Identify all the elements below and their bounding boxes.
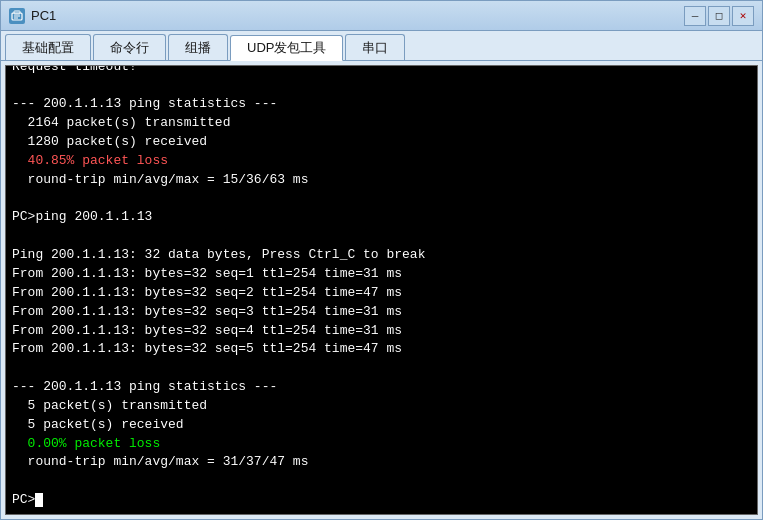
- terminal-line: round-trip min/avg/max = 15/36/63 ms: [12, 171, 751, 190]
- terminal-line: --- 200.1.1.13 ping statistics ---: [12, 378, 751, 397]
- tab-basic[interactable]: 基础配置: [5, 34, 91, 60]
- terminal-line: PC>ping 200.1.1.13: [12, 208, 751, 227]
- close-button[interactable]: ✕: [732, 6, 754, 26]
- terminal-cursor: [35, 493, 43, 507]
- terminal-line: --- 200.1.1.13 ping statistics ---: [12, 95, 751, 114]
- terminal-line: 40.85% packet loss: [12, 152, 751, 171]
- title-bar: PC1 — □ ✕: [1, 1, 762, 31]
- terminal-line: From 200.1.1.13: bytes=32 seq=1 ttl=254 …: [12, 265, 751, 284]
- terminal-line: 5 packet(s) transmitted: [12, 397, 751, 416]
- main-window: PC1 — □ ✕ 基础配置 命令行 组播 UDP发包工具 串口 Request…: [0, 0, 763, 520]
- terminal-line: From 200.1.1.13: bytes=32 seq=2 ttl=254 …: [12, 284, 751, 303]
- window-icon: [9, 8, 25, 24]
- restore-button[interactable]: □: [708, 6, 730, 26]
- terminal-line: 2164 packet(s) transmitted: [12, 114, 751, 133]
- terminal-line: 1280 packet(s) received: [12, 133, 751, 152]
- minimize-button[interactable]: —: [684, 6, 706, 26]
- terminal-line: From 200.1.1.13: bytes=32 seq=4 ttl=254 …: [12, 322, 751, 341]
- terminal-line: PC>: [12, 491, 751, 510]
- terminal-line: Request timeout!: [12, 65, 751, 77]
- tab-serial[interactable]: 串口: [345, 34, 405, 60]
- terminal[interactable]: Request timeout!Request timeout!Request …: [5, 65, 758, 515]
- terminal-line: [12, 77, 751, 96]
- terminal-line: [12, 227, 751, 246]
- tab-bar: 基础配置 命令行 组播 UDP发包工具 串口: [1, 31, 762, 61]
- terminal-line: round-trip min/avg/max = 31/37/47 ms: [12, 453, 751, 472]
- window-title: PC1: [31, 8, 684, 23]
- terminal-line: [12, 190, 751, 209]
- terminal-line: From 200.1.1.13: bytes=32 seq=3 ttl=254 …: [12, 303, 751, 322]
- tab-udp[interactable]: UDP发包工具: [230, 35, 343, 61]
- terminal-line: 0.00% packet loss: [12, 435, 751, 454]
- window-controls: — □ ✕: [684, 6, 754, 26]
- content-area: Request timeout!Request timeout!Request …: [1, 61, 762, 519]
- terminal-line: [12, 359, 751, 378]
- terminal-line: [12, 472, 751, 491]
- tab-multicast[interactable]: 组播: [168, 34, 228, 60]
- terminal-line: 5 packet(s) received: [12, 416, 751, 435]
- terminal-line: From 200.1.1.13: bytes=32 seq=5 ttl=254 …: [12, 340, 751, 359]
- terminal-line: Ping 200.1.1.13: 32 data bytes, Press Ct…: [12, 246, 751, 265]
- tab-cmd[interactable]: 命令行: [93, 34, 166, 60]
